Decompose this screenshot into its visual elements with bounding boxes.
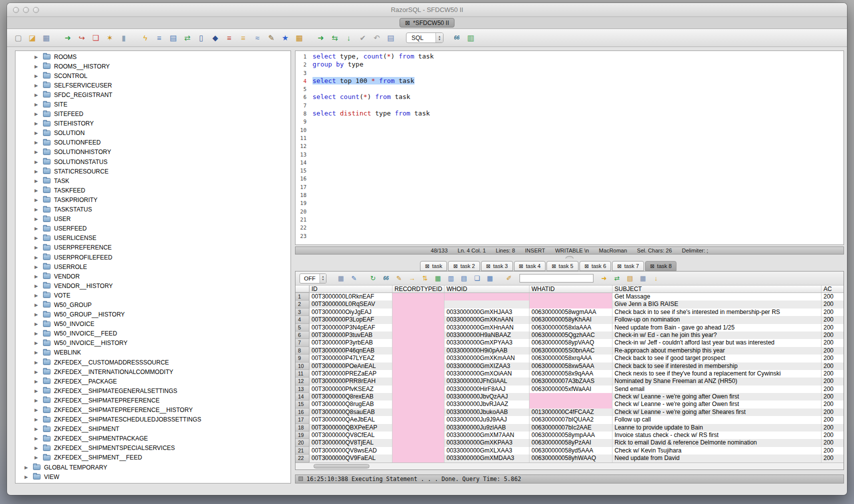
- copy-table-button[interactable]: ❏: [90, 32, 102, 44]
- copy-rows-button[interactable]: ❏: [472, 274, 482, 284]
- tree-item[interactable]: ▶W50_INVOICE__HISTORY: [16, 338, 290, 348]
- sort-updown-button[interactable]: ⇅: [420, 274, 430, 284]
- tree-item[interactable]: ▶SOLUTIONFEED: [16, 138, 290, 148]
- scrollbar-thumb[interactable]: [314, 464, 370, 468]
- tree-item[interactable]: ▶TASKFEED: [16, 186, 290, 195]
- table-row[interactable]: 1700T3000000QAeJbEAL0033000000Ju9J9AAJ00…: [296, 416, 844, 424]
- save-results-button[interactable]: ▦: [336, 274, 346, 284]
- limit-select[interactable]: OFF ▲▼: [300, 274, 326, 284]
- tree-item[interactable]: ▶W50_INVOICE__FEED: [16, 329, 290, 338]
- disclosure-triangle-icon[interactable]: ▶: [34, 417, 40, 422]
- mode-select[interactable]: SQL ▲▼: [406, 32, 444, 43]
- disclosure-triangle-icon[interactable]: ▶: [34, 178, 40, 184]
- splitter-grip[interactable]: [295, 254, 844, 260]
- edit-pencil-button[interactable]: ✎: [265, 32, 278, 44]
- tab-task-3[interactable]: ⊠task 3: [481, 261, 513, 271]
- tree-item[interactable]: ▶SOLUTION: [16, 128, 290, 138]
- disclosure-triangle-icon[interactable]: ▶: [34, 360, 40, 365]
- tree-item[interactable]: ▶SCONTROL: [16, 71, 290, 80]
- tree-item[interactable]: ▶VENDOR: [16, 272, 290, 281]
- disclosure-triangle-icon[interactable]: ▶: [34, 236, 40, 240]
- save-button[interactable]: ▦: [40, 32, 52, 44]
- document-tab[interactable]: ⊠ *SFDCW50 II: [400, 18, 454, 28]
- tree-item[interactable]: ▶TASKPRIORITY: [16, 195, 290, 204]
- tree-item[interactable]: ▶USERPROFILEFEED: [16, 252, 290, 262]
- table-row[interactable]: 1100T3000000PREZaEAP0033000000GmXOiAAN00…: [296, 370, 844, 378]
- describe-results-button[interactable]: 66: [380, 274, 392, 284]
- disclosure-triangle-icon[interactable]: ▶: [34, 398, 40, 403]
- tab-task-4[interactable]: ⊠task 4: [514, 261, 546, 271]
- go-arrow-button[interactable]: ➜: [598, 274, 610, 284]
- tree-item[interactable]: ▶SFDC_REGISTRANT: [16, 90, 290, 100]
- new-database-button[interactable]: ✶: [104, 32, 116, 44]
- disclosure-triangle-icon[interactable]: ▶: [34, 312, 40, 317]
- disclosure-triangle-icon[interactable]: ▶: [34, 112, 40, 116]
- table-row[interactable]: 2100T3000000QV8wsEAD0033000000GmXLXAA300…: [296, 447, 844, 454]
- highlighter-pen-button[interactable]: ✐: [504, 274, 514, 284]
- view-notes-button[interactable]: ▤: [384, 32, 397, 44]
- tree-item[interactable]: ▶VENDOR__HISTORY: [16, 281, 290, 290]
- tree-item[interactable]: ▶USER: [16, 214, 290, 224]
- close-tab-icon[interactable]: ⊠: [552, 263, 556, 270]
- tree-item[interactable]: ▶GLOBAL TEMPORARY: [16, 462, 290, 472]
- download-arrow-button[interactable]: ↓: [650, 274, 662, 284]
- table-row[interactable]: 1300T3000000PfvKSEAZ0033000000HirF8AAJ00…: [296, 386, 844, 393]
- tree-item[interactable]: ▶USERLICENSE: [16, 234, 290, 243]
- column-header-subject[interactable]: SUBJECT: [612, 286, 822, 292]
- disclosure-triangle-icon[interactable]: ▶: [24, 474, 30, 480]
- disclosure-triangle-icon[interactable]: ▶: [34, 350, 40, 355]
- tab-task-5[interactable]: ⊠task 5: [546, 261, 578, 271]
- table-row[interactable]: 1000T3000000POeAnEAL0033000000GmXIZAA300…: [296, 362, 844, 370]
- disclosure-triangle-icon[interactable]: ▶: [34, 102, 40, 107]
- tree-item[interactable]: ▶SOLUTIONSTATUS: [16, 157, 290, 166]
- table-row[interactable]: 500T3000000P3N4pEAF0033000000GmXHnAAN006…: [296, 324, 844, 332]
- disclosure-triangle-icon[interactable]: ▶: [34, 160, 40, 164]
- close-tab-icon[interactable]: ⊠: [486, 263, 490, 270]
- tree-item[interactable]: ▶VOTE: [16, 290, 290, 300]
- table-row[interactable]: 900T3000000P47LYEAZ0033000000GmXKmAAN006…: [296, 354, 844, 362]
- tree-item[interactable]: ▶USERFEED: [16, 224, 290, 234]
- results-grid-button[interactable]: ▥: [464, 32, 477, 44]
- tree-item[interactable]: ▶STATICRESOURCE: [16, 166, 290, 176]
- journal-button[interactable]: ▯: [195, 32, 208, 44]
- tree-item[interactable]: ▶ZKFEDEX__CUSTOMADDRESSSOURCE: [16, 358, 290, 367]
- execute-all-button[interactable]: ⇆: [328, 32, 341, 44]
- disclosure-triangle-icon[interactable]: ▶: [34, 92, 40, 98]
- tree-item[interactable]: ▶ZKFEDEX__PACKAGE: [16, 376, 290, 386]
- disclosure-triangle-icon[interactable]: ▶: [34, 331, 40, 336]
- export-table-button[interactable]: ⇄: [612, 274, 622, 284]
- save-grid-button[interactable]: ▦: [638, 274, 648, 284]
- tree-item[interactable]: ▶ROOMS__HISTORY: [16, 62, 290, 71]
- disclosure-triangle-icon[interactable]: ▶: [34, 264, 40, 270]
- table-row[interactable]: 600T3000000P3tuvEAB0033000000H9aNBAAZ006…: [296, 332, 844, 339]
- disclosure-triangle-icon[interactable]: ▶: [34, 198, 40, 202]
- tree-item[interactable]: ▶SITEFEED: [16, 110, 290, 119]
- disclosure-triangle-icon[interactable]: ▶: [34, 64, 40, 69]
- edit-table-button[interactable]: ▦: [293, 32, 306, 44]
- filter-edit-button[interactable]: ✎: [348, 274, 360, 284]
- tree-item[interactable]: ▶USERROLE: [16, 262, 290, 272]
- database-object-tree[interactable]: ▶ROOMS▶ROOMS__HISTORY▶SCONTROL▶SELFSERVI…: [15, 50, 291, 484]
- execute-sql-button[interactable]: ➜: [314, 32, 327, 44]
- tree-item[interactable]: ▶W50_GROUP: [16, 300, 290, 310]
- tree-item[interactable]: ▶W50_GROUP__HISTORY: [16, 310, 290, 320]
- tree-item[interactable]: ▶ZKFEDEX__INTERNATIONALCOMMODITY: [16, 367, 290, 376]
- disclosure-triangle-icon[interactable]: ▶: [24, 465, 30, 470]
- tree-item[interactable]: ▶VIEW: [16, 472, 290, 482]
- column-header-whoid[interactable]: WHOID: [444, 286, 530, 292]
- table-row[interactable]: 1500T3000000Q8rugEAB0033000000JbvRJAAZCh…: [296, 400, 844, 408]
- disclosure-triangle-icon[interactable]: ▶: [34, 370, 40, 374]
- column-header-recordtypeid[interactable]: RECORDTYPEID: [392, 286, 444, 292]
- disclosure-triangle-icon[interactable]: ▶: [34, 455, 40, 460]
- table-row[interactable]: 700T3000000P3yrbEAB0033000000GmXPYAA3006…: [296, 339, 844, 346]
- disclosure-triangle-icon[interactable]: ▶: [34, 140, 40, 145]
- tree-item[interactable]: ▶SITEHISTORY: [16, 119, 290, 128]
- stepper-arrows-icon[interactable]: ▲▼: [436, 33, 443, 42]
- close-window-button[interactable]: [13, 7, 19, 13]
- table-copy-button[interactable]: ▦: [484, 274, 496, 284]
- insert-row-button[interactable]: →: [406, 274, 418, 284]
- book-button[interactable]: ◆: [209, 32, 222, 44]
- disclosure-triangle-icon[interactable]: ▶: [34, 284, 40, 288]
- open-folder-button[interactable]: ◪: [26, 32, 38, 44]
- tab-task-6[interactable]: ⊠task 6: [580, 261, 612, 271]
